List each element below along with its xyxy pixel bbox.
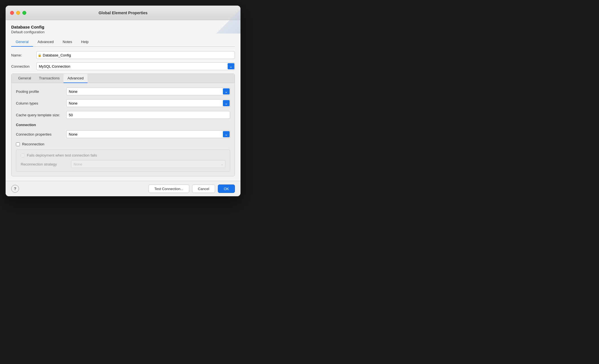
inner-tabs: General Transactions Advanced (11, 74, 235, 83)
cancel-button[interactable]: Cancel (192, 185, 215, 193)
pooling-profile-select[interactable]: NoneDefault (66, 88, 230, 95)
connection-select-wrapper: MySQL ConnectionGeneric ConnectionOracle… (36, 62, 235, 70)
help-button[interactable]: ? (11, 185, 19, 193)
maximize-button[interactable] (22, 11, 26, 15)
inner-tab-general[interactable]: General (14, 74, 35, 83)
connection-properties-select[interactable]: NoneCustom (66, 130, 230, 138)
connection-select[interactable]: MySQL ConnectionGeneric ConnectionOracle… (36, 62, 235, 70)
window-title: Global Element Properties (98, 11, 147, 15)
reconnection-checkbox[interactable] (16, 142, 20, 146)
traffic-lights (10, 11, 26, 15)
tab-help[interactable]: Help (77, 37, 93, 47)
connection-label: Connection (11, 64, 36, 68)
bottom-buttons: Test Connection... Cancel OK (148, 185, 235, 193)
cache-query-input[interactable] (66, 111, 230, 119)
reconnection-strategy-select-wrapper: NoneStandardForever ⌄ (71, 160, 225, 168)
pooling-profile-select-wrapper: NoneDefault (66, 88, 230, 95)
column-types-select[interactable]: NoneCustom (66, 99, 230, 107)
reconnection-strategy-row: Reconnection strategy NoneStandardForeve… (21, 160, 225, 168)
name-input[interactable] (43, 51, 234, 59)
column-types-label: Column types (16, 101, 66, 105)
pooling-profile-label: Pooling profile (16, 89, 66, 94)
lock-icon: 🔒 (38, 53, 42, 57)
config-title: Database Config (11, 25, 235, 29)
connection-properties-row: Connection properties NoneCustom (16, 130, 230, 138)
title-bar: Global Element Properties (6, 6, 240, 20)
tab-general[interactable]: General (11, 37, 33, 47)
inner-tab-advanced[interactable]: Advanced (63, 74, 88, 83)
name-label: Name: (11, 53, 36, 57)
cache-query-row: Cache query template size: (16, 111, 230, 119)
pooling-profile-row: Pooling profile NoneDefault (16, 88, 230, 95)
cache-query-label: Cache query template size: (16, 113, 66, 117)
reconnection-strategy-label: Reconnection strategy (21, 162, 71, 166)
reconnection-label: Reconnection (22, 142, 44, 146)
reconnection-row: Reconnection (16, 142, 230, 146)
minimize-button[interactable] (16, 11, 20, 15)
reconnection-strategy-select[interactable]: NoneStandardForever (71, 160, 225, 168)
ok-button[interactable]: OK (218, 185, 235, 193)
inner-panel: General Transactions Advanced Pooling pr… (11, 74, 235, 176)
test-connection-button[interactable]: Test Connection... (148, 185, 189, 193)
bottom-bar: ? Test Connection... Cancel OK (6, 181, 240, 196)
connection-properties-select-wrapper: NoneCustom (66, 130, 230, 138)
tab-notes[interactable]: Notes (58, 37, 77, 47)
column-types-row: Column types NoneCustom (16, 99, 230, 107)
connection-properties-label: Connection properties (16, 132, 66, 136)
column-types-select-wrapper: NoneCustom (66, 99, 230, 107)
fails-deployment-checkbox[interactable] (21, 153, 25, 157)
tab-advanced[interactable]: Advanced (33, 37, 58, 47)
config-subtitle: Default configuration (11, 30, 235, 34)
inner-advanced-content: Pooling profile NoneDefault Column types… (11, 83, 235, 176)
nested-reconnection-section: Fails deployment when test connection fa… (16, 150, 230, 172)
dialog-window: Global Element Properties Database Confi… (6, 6, 240, 196)
name-input-wrapper: 🔒 (36, 51, 235, 59)
dialog-header: Database Config Default configuration (11, 25, 235, 34)
title-decoration (207, 6, 240, 34)
top-tabs: General Advanced Notes Help (11, 37, 235, 47)
inner-tab-transactions[interactable]: Transactions (35, 74, 63, 83)
name-row: Name: 🔒 (11, 51, 235, 59)
connection-row: Connection MySQL ConnectionGeneric Conne… (11, 62, 235, 70)
fails-deployment-row: Fails deployment when test connection fa… (21, 153, 225, 157)
connection-section-label: Connection (16, 123, 230, 127)
fails-deployment-label: Fails deployment when test connection fa… (27, 153, 97, 157)
close-button[interactable] (10, 11, 14, 15)
dialog-content: Database Config Default configuration Ge… (6, 20, 240, 181)
